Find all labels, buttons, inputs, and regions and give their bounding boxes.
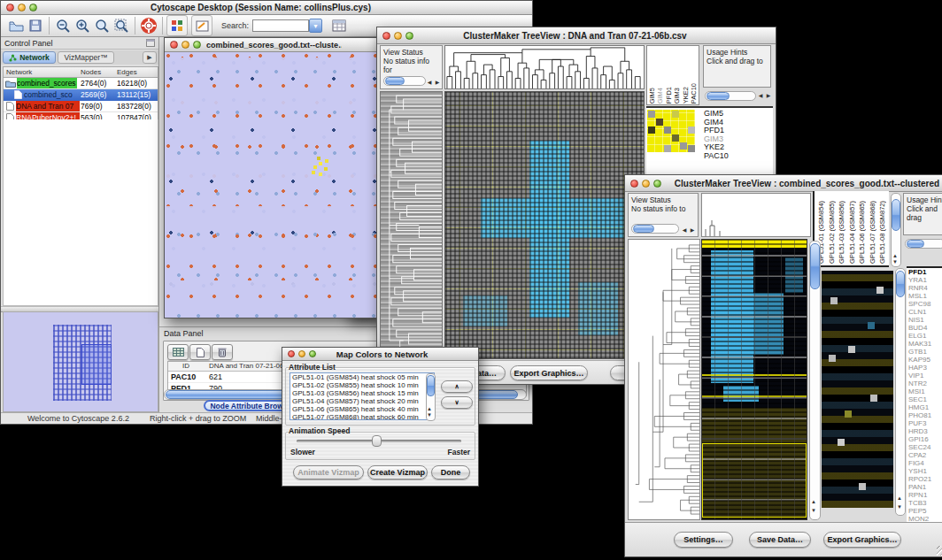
header-network[interactable]: Network — [6, 67, 32, 77]
annotation-button[interactable] — [191, 15, 212, 36]
search-input[interactable] — [252, 19, 309, 32]
tab-overflow-button[interactable]: ▶ — [143, 51, 157, 64]
attribute-list-item[interactable]: GPL51-02 (GSM855) heat shock 10 min — [292, 381, 434, 389]
scroll-left-arrow[interactable]: ◀ — [426, 80, 433, 85]
scroll-up-arrow[interactable]: ▲ — [892, 253, 899, 258]
usage-scrollbar[interactable] — [705, 91, 756, 101]
scroll-right-arrow[interactable]: ▶ — [434, 80, 441, 85]
network-title-bar[interactable]: combined_scores_good.txt--cluste… — [165, 38, 377, 52]
search-dropdown-button[interactable]: ▼ — [309, 19, 322, 33]
row-dendrogram[interactable] — [380, 91, 443, 359]
scroll-thumb[interactable] — [706, 92, 730, 100]
scroll-down-arrow[interactable]: ▼ — [810, 508, 817, 513]
open-session-button[interactable] — [6, 16, 26, 35]
save-data-button[interactable]: Save Data… — [749, 532, 811, 548]
delete-attribute-button[interactable] — [212, 344, 233, 360]
treeview1-title-bar[interactable]: ClusterMaker TreeView : DNA and Tran 07-… — [377, 27, 776, 44]
export-graphics-button[interactable]: Export Graphics… — [510, 365, 588, 380]
zoom-fit-button[interactable] — [112, 16, 131, 35]
network-overview[interactable] — [3, 311, 158, 412]
close-button[interactable] — [170, 41, 178, 49]
tab-vizmapper[interactable]: VizMapper™ — [58, 51, 114, 64]
settings-button[interactable]: Settings… — [674, 532, 733, 548]
zoom-button[interactable] — [193, 41, 201, 49]
create-vizmap-button[interactable]: Create Vizmap — [367, 465, 428, 479]
browser-table-button[interactable] — [329, 16, 349, 35]
scroll-down-arrow[interactable]: ▼ — [896, 504, 903, 510]
column-dendrogram[interactable] — [444, 45, 645, 89]
mini-heatmap[interactable] — [647, 110, 695, 152]
help-button[interactable] — [139, 16, 158, 35]
done-button[interactable]: Done — [431, 465, 470, 479]
attribute-list-item[interactable]: GPL51-03 (GSM856) heat shock 15 min — [292, 389, 434, 397]
status-scrollbar[interactable] — [383, 76, 426, 86]
overview-viewport-rect[interactable] — [81, 344, 112, 385]
attribute-list-item[interactable]: GPL51-07 (GSM868) heat shock 60 min — [292, 413, 434, 420]
scroll-thumb[interactable] — [427, 375, 435, 396]
scroll-down-arrow[interactable]: ▼ — [892, 259, 899, 265]
header-edges[interactable]: Edges — [117, 67, 158, 77]
main-heatmap[interactable] — [701, 239, 807, 520]
attribute-list-item[interactable]: GPL51-01 (GSM854) heat shock 05 min — [292, 373, 434, 381]
row-dendrogram[interactable] — [628, 239, 700, 520]
scroll-up-arrow[interactable]: ▲ — [896, 495, 903, 501]
scroll-thumb[interactable] — [907, 240, 924, 248]
main-title-bar[interactable]: Cytoscape Desktop (Session Name: collins… — [1, 1, 532, 15]
dialog-title-bar[interactable]: Map Colors to Network — [282, 348, 478, 361]
minimize-button[interactable] — [181, 41, 189, 49]
zoom-selected-button[interactable] — [92, 16, 112, 35]
column-dendrogram[interactable] — [701, 193, 811, 237]
float-panel-icon[interactable] — [146, 39, 155, 47]
close-button[interactable] — [288, 350, 295, 357]
attribute-list-item[interactable]: GPL51-06 (GSM865) heat shock 40 min — [292, 405, 434, 413]
scroll-left-arrow[interactable]: ◀ — [681, 227, 688, 233]
zoom-in-button[interactable] — [73, 16, 92, 35]
zoom-button[interactable] — [29, 4, 37, 12]
main-heatmap[interactable] — [444, 91, 645, 359]
move-up-button[interactable]: ∧ — [441, 380, 473, 393]
network-row[interactable]: DNA and Tran 07 769(0) 183728(0) — [4, 101, 158, 112]
save-session-button[interactable] — [26, 16, 45, 35]
animate-vizmap-button[interactable]: Animate Vizmap — [293, 465, 364, 479]
network-list-header[interactable]: Network Nodes Edges — [4, 67, 158, 78]
scroll-thumb[interactable] — [810, 243, 820, 289]
header-nodes[interactable]: Nodes — [81, 67, 116, 77]
usage-scrollbar[interactable] — [905, 239, 942, 249]
tab-network[interactable]: Network — [3, 51, 56, 64]
minimize-button[interactable] — [298, 350, 305, 357]
export-graphics-button[interactable]: Export Graphics… — [823, 532, 901, 548]
zoom-button[interactable] — [309, 350, 316, 357]
attribute-column-header[interactable]: DNA and Tran 07-21-06b — [209, 362, 288, 371]
zoom-button[interactable] — [405, 32, 413, 40]
attribute-mapper-button[interactable] — [166, 15, 188, 36]
scroll-right-arrow[interactable]: ▶ — [765, 93, 772, 98]
scroll-thumb[interactable] — [385, 77, 405, 85]
close-button[interactable] — [630, 180, 638, 188]
zoom-vscrollbar[interactable] — [895, 268, 906, 516]
zoom-out-button[interactable] — [53, 16, 73, 35]
scroll-thumb[interactable] — [633, 225, 654, 233]
network-row[interactable]: combined_scores 2764(0) 16218(0) — [4, 78, 158, 89]
attribute-select-button[interactable] — [167, 344, 189, 360]
close-button[interactable] — [6, 4, 14, 12]
treeview2-title-bar[interactable]: ClusterMaker TreeView : combined_scores_… — [625, 175, 942, 192]
zoom-heatmap[interactable] — [822, 271, 893, 508]
id-header[interactable]: ID — [182, 362, 189, 371]
speed-slider-thumb[interactable] — [372, 435, 382, 447]
resize-grip[interactable] — [937, 546, 942, 556]
minimize-button[interactable] — [642, 180, 650, 188]
scroll-thumb[interactable] — [896, 271, 905, 297]
minimize-button[interactable] — [18, 4, 26, 12]
scroll-thumb[interactable] — [892, 199, 900, 231]
new-attribute-button[interactable] — [189, 344, 211, 360]
attribute-list-item[interactable]: GPL51-04 (GSM857) heat shock 20 min — [292, 397, 434, 405]
heatmap-vscrollbar[interactable] — [809, 241, 821, 520]
network-row-selected[interactable]: combined_sco 2569(6) 13112(15) — [4, 89, 158, 101]
status-scrollbar[interactable] — [631, 224, 679, 234]
scroll-up-arrow[interactable]: ▲ — [810, 499, 817, 504]
close-button[interactable] — [382, 32, 390, 40]
scroll-down-arrow[interactable]: ▼ — [426, 412, 433, 418]
scroll-left-arrow[interactable]: ◀ — [757, 93, 764, 98]
scroll-up-arrow[interactable]: ▲ — [426, 406, 433, 411]
zoom-button[interactable] — [653, 180, 661, 188]
